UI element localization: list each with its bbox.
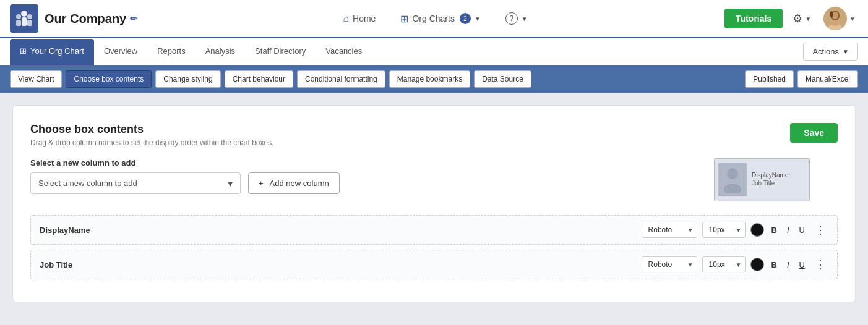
card-header-left: Choose box contents Drag & drop column n…	[30, 123, 274, 147]
svg-rect-4	[22, 17, 27, 26]
size-select-1[interactable]: 10px	[702, 256, 746, 272]
tab-your-org-chart[interactable]: ⊞ Your Org Chart	[10, 39, 94, 65]
field-rows: DisplayName Roboto ▼ 10px ▼	[30, 215, 838, 279]
edit-company-icon[interactable]: ✏	[130, 14, 137, 23]
company-logo: Our Company ✏	[10, 4, 146, 33]
field-name-jobtitle: Job Title	[40, 260, 139, 269]
size-select-wrapper-0: 10px ▼	[702, 222, 746, 238]
nav-right: Tutorials ⚙ ▼ ▼	[724, 4, 858, 33]
select-label: Select a new column to add	[30, 158, 689, 167]
save-button[interactable]: Save	[790, 123, 838, 143]
published-button[interactable]: Published	[745, 70, 794, 88]
help-icon: ?	[505, 12, 518, 25]
home-icon: ⌂	[343, 13, 349, 24]
toolbar: View Chart Choose box contents Change st…	[0, 65, 868, 93]
chevron-down-icon-gear: ▼	[805, 15, 811, 22]
company-icon	[10, 4, 38, 33]
choose-box-contents-button[interactable]: Choose box contents	[66, 70, 152, 88]
company-name: Our Company ✏	[45, 12, 137, 26]
manage-bookmarks-button[interactable]: Manage bookmarks	[389, 70, 470, 88]
more-options-button-0[interactable]: ⋮	[812, 223, 828, 237]
avatar	[823, 7, 847, 30]
field-name-displayname: DisplayName	[40, 226, 139, 235]
settings-nav[interactable]: ⚙ ▼	[790, 9, 814, 28]
tab-overview[interactable]: Overview	[94, 39, 147, 65]
tab-analysis[interactable]: Analysis	[196, 39, 245, 65]
main-content: Choose box contents Drag & drop column n…	[0, 93, 868, 314]
field-controls-0: Roboto ▼ 10px ▼ B I U ⋮	[642, 222, 828, 238]
chevron-down-icon-avatar: ▼	[849, 15, 856, 22]
org-charts-nav[interactable]: ⊞ Org Charts 2 ▼	[395, 11, 485, 27]
svg-point-11	[831, 20, 840, 26]
gear-icon: ⚙	[793, 12, 802, 25]
field-row-displayname: DisplayName Roboto ▼ 10px ▼	[30, 215, 838, 245]
conditional-formatting-button[interactable]: Conditional formatting	[297, 70, 385, 88]
actions-button[interactable]: Actions ▼	[803, 43, 858, 61]
card-subtitle: Drag & drop column names to set the disp…	[30, 138, 274, 147]
svg-point-13	[724, 184, 741, 193]
italic-button-0[interactable]: I	[784, 224, 792, 236]
font-select-wrapper-0: Roboto ▼	[642, 222, 697, 238]
tab-bar: ⊞ Your Org Chart Overview Reports Analys…	[0, 38, 868, 65]
preview-container: DisplayName Job Title	[714, 158, 838, 208]
more-options-button-1[interactable]: ⋮	[812, 258, 828, 271]
org-charts-badge: 2	[460, 13, 471, 24]
select-row: Select a new column to add ▼ +Add new co…	[30, 172, 689, 194]
help-nav[interactable]: ? ▼	[501, 10, 533, 27]
chart-icon: ⊞	[20, 46, 27, 56]
preview-job-title: Job Title	[752, 180, 788, 187]
svg-point-9	[830, 11, 833, 17]
home-nav[interactable]: ⌂ Home	[338, 11, 380, 27]
svg-point-2	[27, 14, 32, 19]
preview-box: DisplayName Job Title	[714, 158, 810, 201]
chevron-down-icon-actions: ▼	[843, 48, 849, 55]
card-title: Choose box contents	[30, 123, 274, 136]
font-select-0[interactable]: Roboto	[642, 222, 697, 238]
chevron-down-icon: ▼	[475, 15, 481, 22]
top-nav: Our Company ✏ ⌂ Home ⊞ Org Charts 2 ▼ ? …	[0, 0, 868, 38]
bold-button-1[interactable]: B	[769, 259, 780, 271]
add-column-button[interactable]: +Add new column	[248, 172, 340, 194]
italic-button-1[interactable]: I	[784, 259, 792, 271]
svg-point-0	[21, 11, 27, 17]
chevron-down-icon-help: ▼	[522, 15, 528, 22]
manual-excel-button[interactable]: Manual/Excel	[797, 70, 858, 88]
plus-icon: +	[259, 179, 264, 188]
chart-behaviour-button[interactable]: Chart behaviour	[225, 70, 293, 88]
grid-icon: ⊞	[400, 13, 408, 25]
tab-reports[interactable]: Reports	[147, 39, 196, 65]
preview-display-name: DisplayName	[752, 172, 788, 179]
color-picker-0[interactable]	[750, 223, 764, 237]
toolbar-right: Published Manual/Excel	[745, 70, 858, 88]
font-select-1[interactable]: Roboto	[642, 256, 697, 272]
svg-rect-3	[16, 20, 21, 26]
bold-button-0[interactable]: B	[769, 224, 780, 236]
tab-staff-directory[interactable]: Staff Directory	[245, 39, 316, 65]
column-select-wrapper: Select a new column to add ▼	[30, 172, 241, 194]
underline-button-1[interactable]: U	[797, 259, 807, 271]
tutorials-button[interactable]: Tutorials	[724, 9, 783, 28]
preview-text: DisplayName Job Title	[752, 172, 788, 188]
color-picker-1[interactable]	[750, 258, 764, 271]
select-left: Select a new column to add Select a new …	[30, 158, 689, 209]
svg-rect-5	[27, 20, 32, 26]
svg-point-12	[727, 168, 738, 179]
column-select[interactable]: Select a new column to add	[30, 172, 241, 194]
data-source-button[interactable]: Data Source	[474, 70, 531, 88]
preview-avatar	[718, 163, 747, 196]
card-header: Choose box contents Drag & drop column n…	[30, 123, 838, 147]
select-and-preview: Select a new column to add Select a new …	[30, 158, 838, 209]
field-row-jobtitle: Job Title Roboto ▼ 10px ▼	[30, 250, 838, 279]
select-section: Select a new column to add Select a new …	[30, 158, 689, 194]
underline-button-0[interactable]: U	[797, 224, 807, 236]
nav-center: ⌂ Home ⊞ Org Charts 2 ▼ ? ▼	[146, 10, 724, 27]
tab-vacancies[interactable]: Vacancies	[316, 39, 372, 65]
size-select-wrapper-1: 10px ▼	[702, 256, 746, 272]
view-chart-button[interactable]: View Chart	[10, 70, 62, 88]
change-styling-button[interactable]: Change styling	[155, 70, 220, 88]
field-controls-1: Roboto ▼ 10px ▼ B I U ⋮	[642, 256, 828, 272]
svg-point-1	[16, 14, 21, 19]
user-avatar-nav[interactable]: ▼	[821, 4, 858, 33]
size-select-0[interactable]: 10px	[702, 222, 746, 238]
font-select-wrapper-1: Roboto ▼	[642, 256, 697, 272]
